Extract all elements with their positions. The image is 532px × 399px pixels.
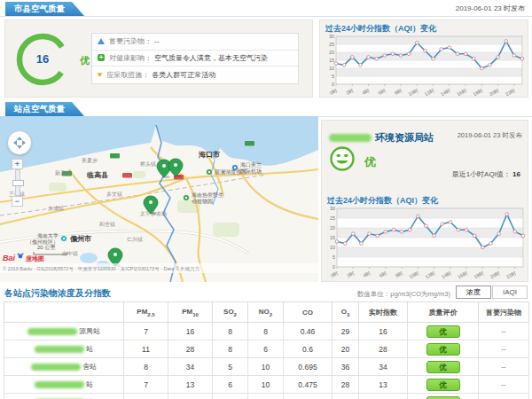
svg-text:0时: 0时 (330, 270, 340, 278)
primary-pollutant-cell: -- (479, 323, 529, 340)
unit-note: 数值单位：μg/m3(CO为mg/m3) (357, 290, 450, 299)
blurred-station-name (35, 381, 84, 388)
stations-table: PM2.5PM10SO2NO2COO3实时指数质量评价首要污染物 源局站7168… (4, 301, 529, 399)
station-name-suffix: 舍站 (82, 363, 97, 371)
svg-text:14时: 14时 (440, 87, 452, 96)
svg-text:18时: 18时 (473, 270, 486, 278)
svg-text:16时: 16时 (457, 270, 469, 278)
map-town-label: 桥头镇 (139, 161, 156, 167)
grade-badge: 优 (426, 325, 460, 338)
svg-text:8时: 8时 (394, 87, 403, 96)
aqi-info-box: 首要污染物： -- + 对健康影响： 空气质量令人满意，基本无空气污染 ♥ 应采… (91, 33, 299, 84)
station-grade: 优 (364, 154, 376, 170)
station-name-cell: 站 (4, 376, 124, 394)
column-header: 首要污染物 (479, 302, 529, 323)
svg-text:8时: 8时 (395, 270, 404, 278)
value-cell: 36 (332, 358, 359, 376)
map[interactable]: 美夏乡新盈镇桥头镇三都镇东成镇多文镇和舍镇仁兴镇南丰镇太平乡农场海口市儋州市临高… (0, 116, 318, 282)
pan-right-icon[interactable] (22, 140, 28, 145)
svg-text:4时: 4时 (362, 270, 372, 278)
station-name-suffix: 站 (86, 380, 93, 388)
health-icon: + (98, 54, 105, 61)
value-cell: 8 (248, 323, 284, 340)
column-header: NO2 (248, 302, 284, 323)
table-row[interactable]: 站1128860.62028优-- (4, 340, 529, 358)
value-cell: 9 (124, 394, 168, 399)
heart-icon: ♥ (98, 71, 102, 79)
toggle-iaqi[interactable]: IAQI (492, 286, 528, 299)
map-town-label: 和舍镇 (99, 221, 115, 228)
city-aqi-line-chart: 0510152025300时2时4时6时8时10时12时14时16时18时20时… (323, 34, 527, 96)
pan-down-icon[interactable] (17, 145, 22, 152)
svg-text:30: 30 (330, 206, 335, 211)
value-cell: 7 (124, 376, 168, 394)
map-town-label: 美夏乡 (82, 157, 98, 164)
tab-station-air-quality: 站点空气质量 (5, 102, 84, 116)
svg-text:0: 0 (332, 264, 335, 270)
aqi-value: 16 (14, 31, 71, 88)
station-published-time: 2019-06-01 23 时发布 (458, 131, 522, 140)
pan-up-icon[interactable] (17, 134, 22, 140)
station-header: 环境资源局站 2019-06-01 23 时发布 (329, 129, 522, 142)
value-cell: 6 (213, 394, 248, 399)
value-cell: 34 (359, 358, 408, 376)
info-row-measures: ♥ 应采取措施： 各类人群可正常活动 (92, 66, 298, 83)
map-pan-control[interactable] (7, 130, 32, 155)
svg-text:12时: 12时 (424, 87, 436, 96)
value-cell: 0.475 (284, 376, 332, 394)
svg-text:25: 25 (330, 215, 335, 221)
value-cell: 24 (359, 394, 408, 399)
value-cell: 20 (332, 340, 359, 358)
value-cell: 8 (124, 358, 168, 376)
station-name-cell: 源局站 (4, 323, 124, 340)
grade-cell: 优 (408, 323, 479, 340)
map-town-label: 多文镇 (106, 191, 122, 197)
map-zoom-control[interactable]: + − (12, 159, 24, 207)
value-cell: 21 (248, 394, 284, 399)
value-cell: 10 (248, 376, 284, 394)
zoom-out-button[interactable]: − (12, 196, 23, 207)
station-aqi-line-chart: 0510152025300时2时4时6时8时10时12时14时16时18时20时… (324, 206, 528, 278)
svg-text:0时: 0时 (329, 87, 339, 96)
map-city-label: 海口市 (198, 150, 220, 159)
table-row[interactable]: 站9246210.181924优-- (4, 394, 529, 399)
grade-cell: 优 (408, 376, 479, 394)
tab-city-air-quality: 市县空气质量 (5, 2, 84, 16)
svg-text:15: 15 (329, 58, 334, 63)
baidu-map-canvas[interactable]: 美夏乡新盈镇桥头镇三都镇东成镇多文镇和舍镇仁兴镇南丰镇太平乡农场海口市儋州市临高… (0, 116, 318, 282)
svg-text:20: 20 (330, 225, 335, 231)
value-cell: 24 (168, 394, 213, 399)
map-poi-label: 观澜湖度假区 (214, 168, 246, 176)
zoom-slider-handle[interactable] (12, 180, 24, 186)
info-label: 首要污染物： (109, 36, 152, 46)
svg-text:18时: 18时 (473, 87, 485, 96)
toggle-concentration[interactable]: 浓度 (456, 286, 491, 299)
zoom-slider-track[interactable] (15, 169, 20, 196)
info-label: 对健康影响： (109, 53, 152, 63)
value-cell: 9 (332, 394, 359, 399)
table-header-bar: 各站点污染物浓度及分指数 数值单位：μg/m3(CO为mg/m3) 浓度 IAQ… (0, 286, 532, 300)
recent-aqi-value: 16 (512, 170, 520, 178)
table-row[interactable]: 站7136100.4752813优-- (4, 376, 529, 394)
city-aqi-chart-panel: 过去24小时分指数（AQI）变化 0510152025300时2时4时6时8时1… (319, 20, 528, 98)
value-cell: 16 (168, 323, 213, 340)
station-name-cell: 站 (4, 394, 124, 399)
station-name-cell: 站 (4, 340, 124, 358)
value-cell: 28 (332, 376, 359, 394)
column-header: CO (284, 302, 332, 323)
blurred-station-name (35, 346, 84, 353)
info-value: 各类人群可正常活动 (152, 70, 215, 80)
pan-left-icon[interactable] (11, 140, 17, 145)
map-town-label: 新盈镇 (55, 169, 71, 176)
svg-text:2时: 2时 (346, 270, 356, 278)
map-poi-label: 海南大学 (37, 232, 59, 239)
station-detail-panel: 环境资源局站 2019-06-01 23 时发布 优 最近1小时AQI值： 16… (321, 120, 528, 282)
map-copyright: © 2019 Baidu - GS(2018)5572号 - 甲测资字11009… (3, 266, 200, 272)
value-cell: 0.695 (284, 358, 332, 376)
table-row[interactable]: 源局站716880.462916优-- (4, 323, 529, 340)
zoom-in-button[interactable]: + (12, 159, 23, 169)
svg-text:10时: 10时 (408, 270, 420, 278)
primary-pollutant-cell: -- (479, 340, 529, 358)
table-row[interactable]: 舍站8345100.6953634优-- (4, 358, 529, 376)
map-town-label: 东成镇 (48, 205, 64, 211)
